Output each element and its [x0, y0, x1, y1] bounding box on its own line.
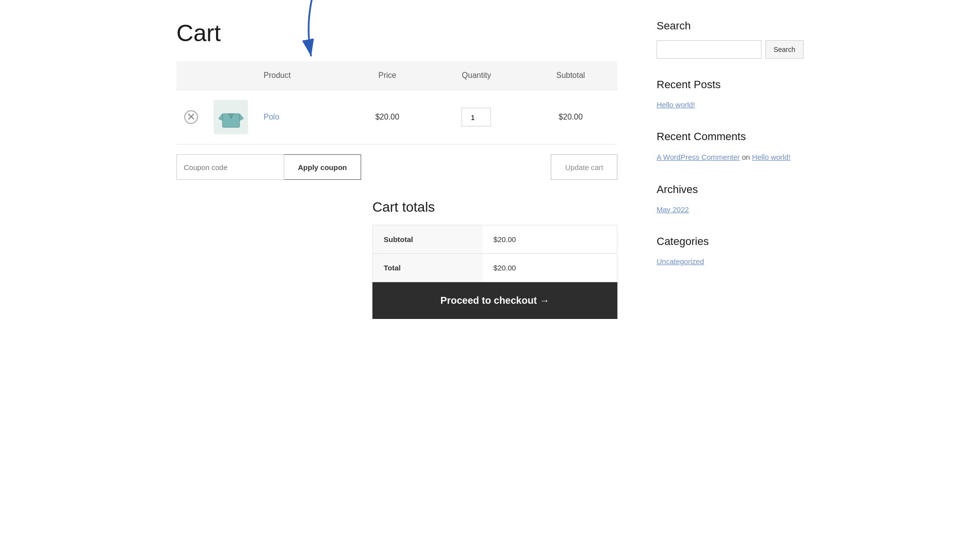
svg-marker-3 — [240, 114, 244, 121]
product-name-cell: Polo — [256, 90, 345, 145]
subtotal-label: Subtotal — [373, 225, 483, 254]
checkout-button[interactable]: Proceed to checkout → — [372, 282, 617, 319]
on-text: on — [742, 153, 752, 161]
sidebar-archives-title: Archives — [657, 183, 804, 196]
sidebar-item-hello-world-post[interactable]: Hello world! — [657, 100, 695, 109]
search-input[interactable] — [657, 40, 761, 59]
cart-totals: Cart totals Subtotal $20.00 Total $20.00… — [372, 199, 617, 319]
product-subtotal-cell: $20.00 — [524, 90, 617, 145]
product-link[interactable]: Polo — [264, 113, 279, 121]
coupon-left: Apply coupon — [176, 154, 361, 180]
quantity-input[interactable] — [462, 108, 491, 126]
cart-totals-title: Cart totals — [372, 199, 617, 215]
total-row: Total $20.00 — [373, 254, 617, 282]
sidebar-categories-title: Categories — [657, 235, 804, 248]
sidebar: Search Search Recent Posts Hello world! … — [657, 20, 804, 319]
sidebar-recent-comments-title: Recent Comments — [657, 130, 804, 143]
sidebar-archive-may2022[interactable]: May 2022 — [657, 205, 689, 214]
total-value: $20.00 — [483, 254, 617, 282]
sidebar-search-title: Search — [657, 20, 804, 32]
product-image — [214, 100, 248, 134]
search-button[interactable]: Search — [765, 40, 804, 59]
col-image — [206, 61, 256, 90]
sidebar-recent-posts-title: Recent Posts — [657, 78, 804, 91]
totals-table: Subtotal $20.00 Total $20.00 — [372, 225, 617, 282]
sidebar-recent-posts-section: Recent Posts Hello world! — [657, 78, 804, 111]
col-subtotal: Subtotal — [524, 61, 617, 90]
sidebar-archives-section: Archives May 2022 — [657, 183, 804, 216]
col-product: Product — [256, 61, 345, 90]
sidebar-category-uncategorized[interactable]: Uncategorized — [657, 257, 704, 266]
sidebar-search-section: Search Search — [657, 20, 804, 59]
col-remove — [176, 61, 206, 90]
recent-comment-entry: A WordPress Commenter on Hello world! — [657, 151, 804, 164]
svg-marker-2 — [219, 114, 222, 121]
subtotal-value: $20.00 — [483, 225, 617, 254]
subtotal-row: Subtotal $20.00 — [373, 225, 617, 254]
coupon-row: Apply coupon Update cart — [176, 154, 617, 180]
total-label: Total — [373, 254, 483, 282]
coupon-input[interactable] — [176, 154, 284, 180]
commenter-link[interactable]: A WordPress Commenter — [657, 153, 740, 161]
sidebar-recent-comments-section: Recent Comments A WordPress Commenter on… — [657, 130, 804, 164]
page-title: Cart — [176, 20, 617, 47]
search-row: Search — [657, 40, 804, 59]
main-content: Cart Product Price Quantity — [176, 20, 617, 319]
table-row: ✕ — [176, 90, 617, 145]
update-cart-button[interactable]: Update cart — [551, 154, 617, 180]
apply-coupon-button[interactable]: Apply coupon — [284, 154, 361, 180]
product-quantity-cell — [429, 90, 524, 145]
product-price-cell: $20.00 — [345, 90, 429, 145]
sidebar-categories-section: Categories Uncategorized — [657, 235, 804, 268]
comment-post-link[interactable]: Hello world! — [752, 153, 790, 161]
cart-table: Product Price Quantity Subtotal ✕ — [176, 61, 617, 145]
remove-item-button[interactable]: ✕ — [184, 110, 198, 124]
col-quantity: Quantity — [429, 61, 524, 90]
remove-cell: ✕ — [176, 90, 206, 145]
col-price: Price — [345, 61, 429, 90]
product-image-cell — [206, 90, 256, 145]
